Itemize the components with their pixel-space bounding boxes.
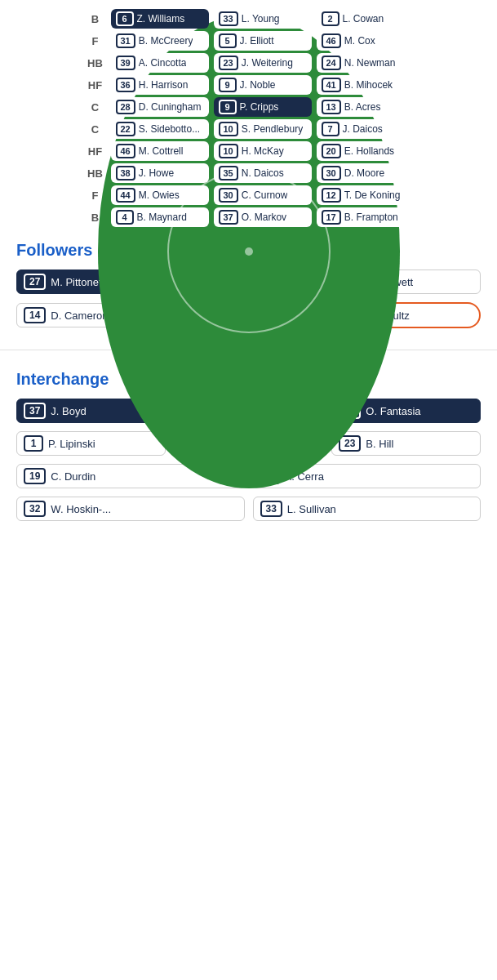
player-badge: 4B. Maynard <box>111 207 209 227</box>
players-group: 46M. Cottrell10H. McKay20E. Hollands <box>111 141 415 161</box>
player-badge: 44M. Owies <box>111 185 209 205</box>
player-name: T. De Koning <box>344 189 401 201</box>
player-name: N. Daicos <box>242 167 284 179</box>
player-badge: 46M. Cox <box>317 31 415 51</box>
interchange-number: 23 <box>339 435 361 452</box>
interchange-number: 1 <box>24 435 43 452</box>
player-number: 2 <box>322 11 339 26</box>
player-badge: 37O. Markov <box>214 207 312 227</box>
player-name: P. Cripps <box>240 101 279 113</box>
player-badge: 9P. Cripps <box>214 97 312 117</box>
player-name: M. Cox <box>344 35 375 47</box>
player-number: 12 <box>322 188 341 203</box>
player-badge: 23J. Weitering <box>214 53 312 73</box>
player-badge: 10S. Pendlebury <box>214 119 312 139</box>
interchange-name: L. Sullivan <box>287 503 336 515</box>
position-label: HF <box>83 79 108 91</box>
interchange-row-3: 32W. Hoskin-...33L. Sullivan <box>16 497 481 521</box>
player-badge: 33L. Young <box>214 9 312 29</box>
player-name: J. Noble <box>240 79 276 91</box>
player-number: 23 <box>219 56 238 70</box>
player-badge: 35N. Daicos <box>214 163 312 183</box>
player-number: 10 <box>219 122 238 136</box>
interchange-number: 19 <box>24 468 46 484</box>
player-name: B. Acres <box>344 101 381 113</box>
interchange-badge: 1P. Lipinski <box>16 431 166 456</box>
player-badge: 36H. Harrison <box>111 75 209 95</box>
player-name: S. Sidebotto... <box>139 123 200 135</box>
player-name: D. Moore <box>344 167 384 179</box>
player-number: 6 <box>116 11 134 26</box>
player-number: 38 <box>116 166 135 180</box>
player-name: O. Markov <box>242 212 286 223</box>
interchange-badge: 33L. Sullivan <box>253 497 481 521</box>
player-number: 36 <box>116 78 135 92</box>
player-number: 37 <box>219 210 238 225</box>
player-badge: 20E. Hollands <box>317 141 415 161</box>
player-number: 7 <box>322 122 339 136</box>
position-label: F <box>83 35 108 47</box>
player-badge: 13B. Acres <box>317 97 415 117</box>
position-label: C <box>83 123 108 136</box>
player-number: 5 <box>219 33 237 48</box>
oval-center-dot <box>245 247 253 256</box>
players-group: 36H. Harrison9J. Noble41B. Mihocek <box>111 75 415 95</box>
player-name: J. Daicos <box>343 123 383 135</box>
position-label: HF <box>83 145 108 158</box>
field-row-9: B4B. Maynard37O. Markov17B. Frampton <box>83 207 415 227</box>
player-badge: 39A. Cincotta <box>111 53 209 73</box>
player-number: 33 <box>219 11 238 26</box>
oval-wrapper: B6Z. Williams33L. Young2L. CowanF31B. Mc… <box>0 7 497 229</box>
players-group: 38J. Howe35N. Daicos30D. Moore <box>111 163 415 183</box>
player-number: 9 <box>219 78 237 92</box>
players-group: 44M. Owies30C. Curnow12T. De Koning <box>111 185 415 205</box>
player-badge: 30C. Curnow <box>214 185 312 205</box>
player-number: 4 <box>116 210 134 225</box>
player-badge: 6Z. Williams <box>111 9 209 29</box>
player-number: 44 <box>116 188 135 203</box>
interchange-name: O. Fantasia <box>366 405 420 417</box>
player-number: 41 <box>322 78 341 92</box>
position-label: HB <box>83 167 108 180</box>
player-badge: 31B. McCreery <box>111 31 209 51</box>
player-badge: 9J. Noble <box>214 75 312 95</box>
field-row-1: F31B. McCreery5J. Elliott46M. Cox <box>83 31 415 51</box>
player-name: J. Elliott <box>240 35 274 47</box>
position-label: C <box>83 101 108 114</box>
field-section: B6Z. Williams33L. Young2L. CowanF31B. Mc… <box>0 0 497 229</box>
player-name: B. Maynard <box>137 212 187 223</box>
player-number: 22 <box>116 122 135 136</box>
player-badge: 5J. Elliott <box>214 31 312 51</box>
interchange-number: 33 <box>260 501 282 517</box>
player-name: L. Young <box>242 13 280 24</box>
player-badge: 46M. Cottrell <box>111 141 209 161</box>
player-name: Z. Williams <box>137 13 185 24</box>
player-number: 10 <box>219 144 238 158</box>
player-name: L. Cowan <box>343 13 384 24</box>
player-badge: 30D. Moore <box>317 163 415 183</box>
player-badge: 28D. Cuningham <box>111 97 209 117</box>
player-name: N. Newman <box>344 57 396 69</box>
player-badge: 2L. Cowan <box>317 9 415 29</box>
player-number: 35 <box>219 166 238 180</box>
player-number: 31 <box>116 33 135 48</box>
player-name: S. Pendlebury <box>242 123 303 135</box>
field-row-2: HB39A. Cincotta23J. Weitering24N. Newman <box>83 53 415 73</box>
player-badge: 7J. Daicos <box>317 119 415 139</box>
player-badge: 24N. Newman <box>317 53 415 73</box>
players-group: 31B. McCreery5J. Elliott46M. Cox <box>111 31 415 51</box>
player-number: 9 <box>219 100 237 114</box>
player-name: B. Frampton <box>344 212 398 223</box>
player-number: 30 <box>322 166 341 180</box>
player-number: 46 <box>116 144 135 158</box>
interchange-name: W. Hoskin-... <box>51 503 111 515</box>
player-name: D. Cuningham <box>139 101 202 113</box>
player-number: 20 <box>322 144 341 158</box>
interchange-number: 37 <box>24 403 46 419</box>
player-name: J. Howe <box>139 167 174 179</box>
follower-number: 27 <box>24 274 46 290</box>
player-name: M. Cottrell <box>139 145 184 157</box>
player-name: C. Curnow <box>242 189 288 201</box>
player-badge: 38J. Howe <box>111 163 209 183</box>
player-name: H. McKay <box>242 145 284 157</box>
